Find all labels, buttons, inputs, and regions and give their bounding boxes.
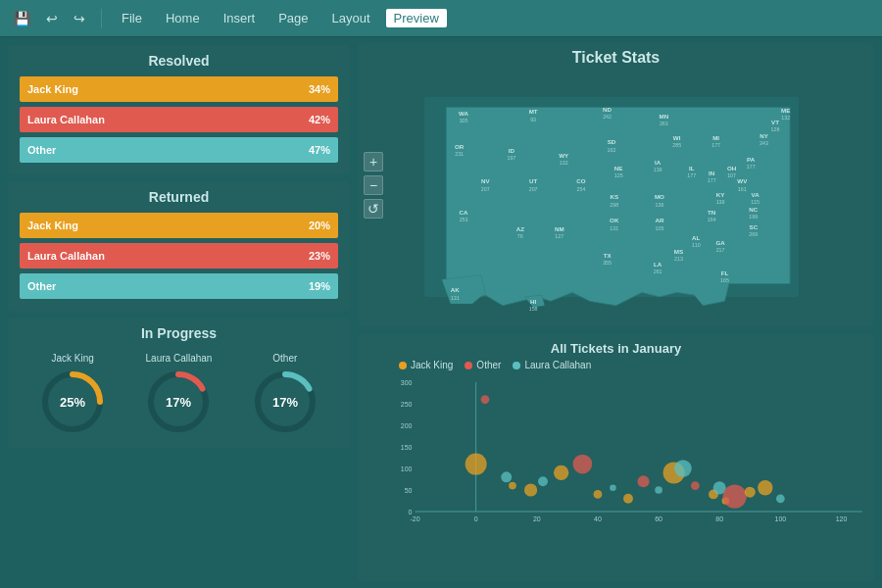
bar-label-name: Jack King [27,220,78,231]
legend-dot [399,362,407,369]
page-title: Ticket Stats [358,43,874,67]
legend-dot [465,362,472,369]
svg-text:343: 343 [760,140,768,146]
zoom-out-button[interactable]: − [364,175,383,195]
donut-svg: 17% [144,368,213,436]
svg-text:KS: KS [610,193,618,200]
undo-icon[interactable]: ↩ [42,9,62,28]
svg-text:100: 100 [401,466,413,472]
svg-text:131: 131 [610,225,618,231]
legend-dot [513,362,520,369]
svg-text:164: 164 [708,217,716,222]
legend-label: Other [476,360,501,370]
menu-preview[interactable]: Preview [386,9,447,27]
svg-text:250: 250 [401,401,413,408]
svg-text:CA: CA [460,209,468,216]
svg-text:20: 20 [533,515,541,522]
svg-text:AK: AK [451,286,460,293]
scatter-point [610,485,616,492]
bar-value: 47% [309,144,330,156]
svg-text:242: 242 [603,114,612,120]
svg-text:IL: IL [689,165,695,172]
svg-text:CO: CO [576,177,585,184]
menu-insert[interactable]: Insert [216,9,264,27]
svg-text:-20: -20 [410,515,419,522]
svg-text:261: 261 [654,269,662,274]
donut-svg: 17% [251,368,319,436]
svg-text:ID: ID [509,147,515,154]
svg-text:177: 177 [711,142,720,148]
zoom-in-button[interactable]: + [364,152,383,172]
in-progress-title: In Progress [20,325,338,341]
donut-item: Laura Callahan17% [144,353,213,436]
svg-text:WI: WI [673,134,681,141]
bar-row: Laura Callahan23% [20,243,338,269]
donut-percent-text: 17% [272,395,298,410]
svg-text:0: 0 [474,515,478,522]
map-controls: + − ↺ [364,152,383,219]
svg-text:110: 110 [692,242,701,248]
main-content: Resolved Jack King34%Laura Callahan42%Ot… [0,37,882,588]
scatter-point [637,475,649,487]
scatter-point [776,494,785,503]
resolved-title: Resolved [20,53,338,69]
bar-value: 19% [309,280,330,292]
svg-text:IN: IN [709,170,715,176]
svg-text:207: 207 [529,186,538,192]
bar-value: 42% [309,114,330,125]
svg-text:TX: TX [604,252,612,259]
resolved-bars: Jack King34%Laura Callahan42%Other47% [20,76,338,163]
svg-text:HI: HI [530,298,536,305]
menu-page[interactable]: Page [270,9,316,27]
svg-text:ME: ME [781,107,790,114]
svg-text:254: 254 [577,186,586,192]
donut-item: Jack King25% [38,353,107,436]
svg-text:298: 298 [610,202,618,208]
returned-bars: Jack King20%Laura Callahan23%Other19% [20,213,338,299]
bar-row: Jack King20% [20,213,338,238]
menu-layout[interactable]: Layout [324,9,378,27]
svg-text:269: 269 [749,231,758,237]
svg-text:ND: ND [603,106,612,113]
legend-label: Jack King [411,360,453,370]
bar: Jack King34% [20,76,338,102]
svg-text:AZ: AZ [516,225,524,232]
svg-text:GA: GA [715,239,725,246]
svg-text:305: 305 [460,118,468,123]
svg-text:MT: MT [529,108,538,115]
svg-text:MO: MO [655,193,664,200]
donut-percent-text: 17% [166,395,191,410]
svg-text:NV: NV [481,177,490,184]
scatter-title: All Tickets in January [369,341,862,356]
redo-icon[interactable]: ↪ [70,9,89,28]
svg-text:LA: LA [654,261,662,268]
menu-file[interactable]: File [114,9,150,27]
svg-text:NY: NY [760,132,768,139]
bar-row: Jack King34% [20,76,338,102]
svg-text:115: 115 [751,199,760,205]
scatter-point [623,494,633,504]
scatter-point [481,395,490,404]
svg-text:VT: VT [771,119,779,125]
svg-text:FL: FL [721,270,729,276]
save-icon[interactable]: 💾 [10,9,34,28]
svg-text:MI: MI [712,134,719,141]
svg-text:OH: OH [727,165,737,172]
menu-home[interactable]: Home [158,9,208,27]
reset-button[interactable]: ↺ [364,199,383,219]
legend-label: Laura Callahan [524,360,591,370]
svg-text:199: 199 [749,214,758,220]
svg-text:107: 107 [727,172,736,178]
svg-text:285: 285 [672,142,681,148]
svg-text:150: 150 [401,444,413,451]
svg-text:UT: UT [529,177,537,184]
svg-text:TN: TN [708,209,716,216]
donut-percent-text: 25% [60,395,85,410]
scatter-point [745,487,756,498]
svg-text:WA: WA [459,110,469,117]
bar-row: Laura Callahan42% [20,107,338,132]
scatter-legend-item: Laura Callahan [513,360,591,370]
svg-text:131: 131 [451,295,460,301]
svg-text:177: 177 [747,164,756,170]
bar-label-name: Laura Callahan [27,114,105,125]
